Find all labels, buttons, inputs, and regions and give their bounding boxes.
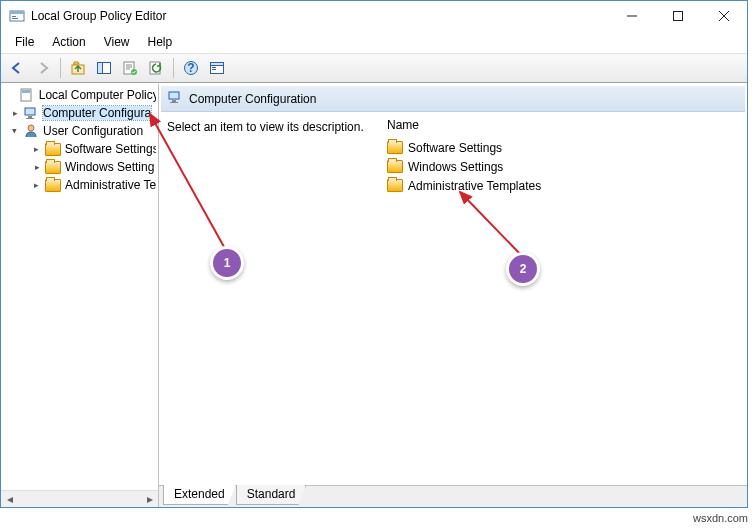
folder-icon	[387, 140, 403, 156]
computer-icon	[23, 105, 39, 121]
tree-label: Computer Configura	[43, 106, 151, 120]
menu-file[interactable]: File	[7, 33, 42, 51]
tree-windows-settings[interactable]: ▸ Windows Setting	[1, 158, 158, 176]
svg-text:?: ?	[187, 61, 194, 75]
svg-rect-19	[212, 69, 216, 70]
svg-rect-3	[12, 18, 18, 19]
svg-point-25	[28, 125, 34, 131]
details-pane: Computer Configuration Select an item to…	[159, 84, 747, 507]
tree-computer-config[interactable]: ▸ Computer Configura	[1, 104, 158, 122]
menu-action[interactable]: Action	[44, 33, 93, 51]
list-item[interactable]: Windows Settings	[387, 157, 739, 176]
details-title: Computer Configuration	[189, 92, 316, 106]
back-button[interactable]	[5, 56, 29, 80]
folder-icon	[387, 178, 403, 194]
policy-icon	[19, 87, 35, 103]
collapse-icon[interactable]: ▸	[31, 179, 43, 191]
tree-pane[interactable]: Local Computer Policy ▸ Computer Configu…	[1, 84, 159, 507]
properties-button[interactable]	[118, 56, 142, 80]
svg-rect-23	[28, 116, 32, 118]
help-button[interactable]: ?	[179, 56, 203, 80]
app-icon	[9, 8, 25, 24]
tab-extended[interactable]: Extended	[163, 485, 236, 505]
expander-icon	[5, 89, 17, 101]
separator-icon	[60, 58, 61, 78]
menu-help[interactable]: Help	[140, 33, 181, 51]
tree-label: User Configuration	[43, 124, 143, 138]
up-button[interactable]	[66, 56, 90, 80]
toolbar: ?	[1, 53, 747, 83]
view-tabs: Extended Standard	[159, 485, 747, 507]
horizontal-scrollbar[interactable]: ◂ ▸	[1, 490, 158, 507]
user-icon	[23, 123, 39, 139]
svg-rect-5	[674, 12, 683, 21]
tree-root[interactable]: Local Computer Policy	[1, 86, 158, 104]
svg-rect-17	[211, 63, 224, 66]
collapse-icon[interactable]: ▸	[31, 143, 43, 155]
forward-button[interactable]	[31, 56, 55, 80]
folder-icon	[45, 177, 61, 193]
description-text: Select an item to view its description.	[167, 120, 367, 134]
tree-admin-templates[interactable]: ▸ Administrative Te	[1, 176, 158, 194]
list-item-label: Software Settings	[408, 141, 502, 155]
svg-rect-2	[12, 16, 16, 17]
tree-label: Local Computer Policy	[39, 88, 156, 102]
svg-rect-21	[22, 90, 30, 93]
show-hide-tree-button[interactable]	[92, 56, 116, 80]
scroll-left-icon[interactable]: ◂	[1, 491, 18, 508]
list-item-label: Windows Settings	[408, 160, 503, 174]
svg-rect-27	[172, 100, 176, 102]
minimize-button[interactable]	[609, 1, 655, 31]
svg-rect-1	[10, 11, 24, 14]
tab-standard[interactable]: Standard	[236, 485, 307, 505]
refresh-button[interactable]	[144, 56, 168, 80]
window-title: Local Group Policy Editor	[31, 9, 609, 23]
close-button[interactable]	[701, 1, 747, 31]
details-header: Computer Configuration	[161, 86, 745, 112]
folder-icon	[45, 141, 61, 157]
folder-icon	[387, 159, 403, 175]
tree-user-config[interactable]: ▸ User Configuration	[1, 122, 158, 140]
filter-button[interactable]	[205, 56, 229, 80]
watermark: wsxdn.com	[693, 512, 748, 524]
menu-view[interactable]: View	[96, 33, 138, 51]
svg-rect-22	[25, 108, 35, 115]
collapse-icon[interactable]: ▸	[31, 161, 43, 173]
scroll-right-icon[interactable]: ▸	[141, 491, 158, 508]
tree-software-settings[interactable]: ▸ Software Settings	[1, 140, 158, 158]
separator-icon	[173, 58, 174, 78]
list-item[interactable]: Administrative Templates	[387, 176, 739, 195]
folder-icon	[45, 159, 61, 175]
computer-icon	[167, 89, 183, 108]
svg-rect-24	[26, 118, 34, 119]
collapse-icon[interactable]: ▸	[9, 107, 21, 119]
tree-label: Windows Setting	[65, 160, 154, 174]
maximize-button[interactable]	[655, 1, 701, 31]
tree-label: Administrative Te	[65, 178, 156, 192]
svg-rect-28	[170, 102, 178, 103]
column-header-name[interactable]: Name	[387, 118, 739, 132]
menu-bar: File Action View Help	[1, 31, 747, 53]
item-list[interactable]: Name Software Settings Windows Settings …	[387, 118, 739, 479]
tree-label: Software Settings	[65, 142, 156, 156]
expand-icon[interactable]: ▸	[9, 125, 21, 137]
svg-rect-10	[98, 63, 103, 74]
list-item[interactable]: Software Settings	[387, 138, 739, 157]
svg-rect-26	[169, 92, 179, 99]
svg-rect-18	[212, 67, 216, 68]
list-item-label: Administrative Templates	[408, 179, 541, 193]
